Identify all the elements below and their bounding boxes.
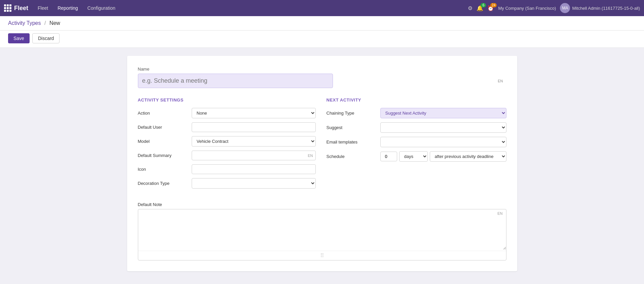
default-summary-row: Default Summary EN [138,151,316,160]
schedule-controls: days weeks months after previous activit… [380,151,506,162]
action-row: Action None Upload Document Sign Documen… [138,108,316,118]
menu-fleet[interactable]: Fleet [34,3,52,13]
settings-icon[interactable]: ⚙ [468,5,472,11]
schedule-label: Schedule [327,154,380,159]
suggest-label: Suggest [327,125,380,130]
form-card: Name EN Activity Settings Action None Up… [127,56,517,271]
top-menu: Fleet Reporting Configuration [34,3,465,13]
chaining-type-field: Suggest Next Activity Trigger Next Activ… [380,108,506,118]
default-note-label: Default Note [138,202,506,207]
chaining-type-select[interactable]: Suggest Next Activity Trigger Next Activ… [380,108,506,118]
app-logo[interactable]: Fleet [4,4,28,12]
default-summary-label: Default Summary [138,153,192,158]
default-summary-input[interactable] [192,151,316,160]
suggest-select[interactable] [380,122,506,133]
action-bar: Save Discard [0,31,644,48]
save-button[interactable]: Save [8,33,30,43]
default-user-field [192,122,316,132]
model-row: Model Vehicle Contract [138,136,316,147]
default-note-section: Default Note EN ⠿ [138,202,506,260]
default-summary-field: EN [192,151,316,160]
model-select[interactable]: Vehicle Contract [192,136,316,147]
email-templates-select[interactable] [380,137,506,147]
company-name[interactable]: My Company (San Francisco) [498,6,556,11]
user-name: Mitchell Admin (11617725-15-0-all) [572,6,640,11]
next-activity-title: Next Activity [327,97,506,103]
schedule-unit-select[interactable]: days weeks months [399,151,428,162]
menu-reporting[interactable]: Reporting [53,3,82,13]
messages-icon[interactable]: ⏰ 24 [487,5,494,11]
resize-handle[interactable]: ⠿ [138,251,506,260]
icon-label: Icon [138,167,192,172]
model-label: Model [138,139,192,144]
top-right-actions: ⚙ 🔔 6 ⏰ 24 My Company (San Francisco) MA… [468,3,640,13]
decoration-type-row: Decoration Type [138,178,316,189]
default-summary-lang: EN [308,154,313,158]
messages-badge: 24 [490,3,497,7]
next-activity-section: Next Activity Chaining Type Suggest Next… [327,97,506,193]
email-templates-label: Email templates [327,139,380,145]
default-user-label: Default User [138,125,192,130]
action-select[interactable]: None Upload Document Sign Document [192,108,316,118]
action-label: Action [138,111,192,116]
main-content: Name EN Activity Settings Action None Up… [0,48,644,284]
decoration-type-select[interactable] [192,178,316,189]
default-note-lang: EN [497,211,502,215]
icon-row: Icon [138,164,316,174]
user-avatar: MA [560,3,570,13]
decoration-type-field [192,178,316,189]
default-user-row: Default User [138,122,316,132]
breadcrumb-bar: Activity Types / New [0,16,644,31]
notifications-badge: 6 [481,3,486,7]
chaining-type-row: Chaining Type Suggest Next Activity Trig… [327,108,506,118]
default-note-textarea[interactable] [138,209,506,250]
breadcrumb: Activity Types / New [8,20,60,26]
default-note-wrapper: EN ⠿ [138,209,506,260]
activity-settings-section: Activity Settings Action None Upload Doc… [138,97,316,193]
icon-field [192,164,316,174]
icon-input[interactable] [192,164,316,174]
email-templates-field [380,137,506,147]
suggest-field [380,122,506,133]
name-lang-badge: EN [498,79,503,83]
two-column-layout: Activity Settings Action None Upload Doc… [138,97,506,193]
user-menu[interactable]: MA Mitchell Admin (11617725-15-0-all) [560,3,640,13]
default-user-input[interactable] [192,122,316,132]
model-field: Vehicle Contract [192,136,316,147]
suggest-row: Suggest [327,122,506,133]
schedule-when-select[interactable]: after previous activity deadline before … [430,151,506,162]
name-input-wrapper: EN [138,74,506,88]
decoration-type-label: Decoration Type [138,181,192,186]
menu-configuration[interactable]: Configuration [83,3,119,13]
schedule-row: Schedule days weeks months after previou… [327,151,506,162]
top-navigation: Fleet Fleet Reporting Configuration ⚙ 🔔 … [0,0,644,16]
email-templates-row: Email templates [327,137,506,147]
notifications-icon[interactable]: 🔔 6 [477,5,483,11]
breadcrumb-current: New [49,20,60,26]
grid-icon [4,4,11,12]
schedule-field: days weeks months after previous activit… [380,151,506,162]
action-field: None Upload Document Sign Document [192,108,316,118]
schedule-number-input[interactable] [380,152,397,161]
activity-settings-title: Activity Settings [138,97,316,103]
breadcrumb-parent[interactable]: Activity Types [8,20,41,26]
name-field-group: Name EN [138,67,506,88]
discard-button[interactable]: Discard [32,33,60,43]
app-name: Fleet [14,5,28,12]
chaining-type-label: Chaining Type [327,111,380,116]
breadcrumb-separator: / [44,20,46,26]
name-label: Name [138,67,506,72]
name-input[interactable] [138,74,333,88]
